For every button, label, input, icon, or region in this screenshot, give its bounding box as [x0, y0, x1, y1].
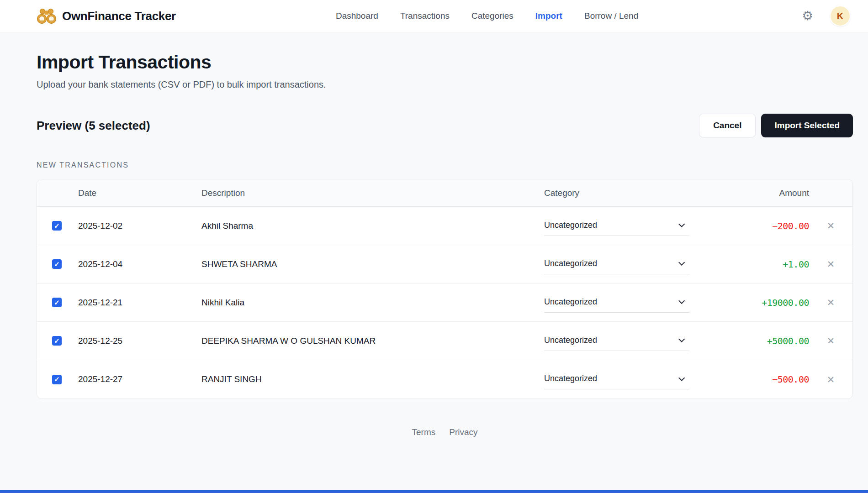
- remove-row-icon[interactable]: ✕: [827, 259, 835, 269]
- main-nav: Dashboard Transactions Categories Import…: [336, 11, 638, 21]
- privacy-link[interactable]: Privacy: [449, 427, 477, 437]
- terms-link[interactable]: Terms: [412, 427, 435, 437]
- row-amount: −500.00: [772, 374, 809, 385]
- chevron-down-icon: [678, 298, 685, 304]
- transactions-table: Date Description Category Amount ✓ 2025-…: [37, 179, 853, 399]
- row-checkbox[interactable]: ✓: [52, 259, 62, 269]
- row-amount: +1.00: [783, 259, 809, 270]
- row-checkbox[interactable]: ✓: [52, 221, 62, 231]
- bottom-edge-bar: [0, 490, 868, 493]
- section-label: NEW TRANSACTIONS: [37, 161, 853, 169]
- row-amount: +19000.00: [762, 297, 809, 308]
- header-description: Description: [201, 188, 544, 198]
- preview-actions: Cancel Import Selected: [699, 114, 853, 137]
- nav-transactions[interactable]: Transactions: [400, 11, 450, 21]
- row-date: 2025-12-27: [78, 374, 201, 384]
- table-row: ✓ 2025-12-02 Akhil Sharma Uncategorized …: [37, 207, 852, 245]
- row-checkbox[interactable]: ✓: [52, 298, 62, 307]
- binoculars-icon: [37, 7, 57, 25]
- row-checkbox[interactable]: ✓: [52, 336, 62, 346]
- preview-bar: Preview (5 selected) Cancel Import Selec…: [37, 114, 853, 137]
- chevron-down-icon: [678, 336, 685, 342]
- table-row: ✓ 2025-12-25 DEEPIKA SHARMA W O GULSHAN …: [37, 322, 852, 360]
- table-row: ✓ 2025-12-04 SHWETA SHARMA Uncategorized…: [37, 245, 852, 283]
- remove-row-icon[interactable]: ✕: [827, 375, 835, 384]
- category-select[interactable]: Uncategorized: [544, 254, 689, 274]
- top-nav: OwnFinance Tracker Dashboard Transaction…: [0, 0, 868, 32]
- header-amount: Amount: [695, 188, 809, 198]
- import-selected-button[interactable]: Import Selected: [761, 114, 853, 137]
- nav-import[interactable]: Import: [535, 11, 562, 21]
- category-select[interactable]: Uncategorized: [544, 293, 689, 313]
- table-row: ✓ 2025-12-21 Nikhil Kalia Uncategorized …: [37, 283, 852, 322]
- row-date: 2025-12-02: [78, 221, 201, 231]
- nav-borrow-lend[interactable]: Borrow / Lend: [584, 11, 638, 21]
- table-header-row: Date Description Category Amount: [37, 179, 852, 207]
- remove-row-icon[interactable]: ✕: [827, 221, 835, 231]
- chevron-down-icon: [678, 221, 685, 227]
- category-select[interactable]: Uncategorized: [544, 331, 689, 351]
- row-amount: −200.00: [772, 220, 809, 231]
- header-date: Date: [78, 188, 201, 198]
- row-date: 2025-12-25: [78, 336, 201, 346]
- row-checkbox[interactable]: ✓: [52, 375, 62, 384]
- gear-icon[interactable]: ⚙: [802, 10, 813, 22]
- page-footer: Terms Privacy: [37, 427, 853, 437]
- header-category: Category: [544, 188, 695, 198]
- row-description: DEEPIKA SHARMA W O GULSHAN KUMAR: [201, 336, 544, 346]
- row-description: Nikhil Kalia: [201, 298, 544, 308]
- category-select[interactable]: Uncategorized: [544, 369, 689, 389]
- app-title: OwnFinance Tracker: [62, 9, 176, 23]
- chevron-down-icon: [678, 259, 685, 266]
- main-content: Import Transactions Upload your bank sta…: [0, 32, 868, 437]
- row-amount: +5000.00: [767, 336, 809, 346]
- brand[interactable]: OwnFinance Tracker: [37, 7, 176, 25]
- nav-right: ⚙ K: [802, 5, 851, 26]
- preview-heading: Preview (5 selected): [37, 119, 150, 133]
- row-date: 2025-12-04: [78, 259, 201, 269]
- row-date: 2025-12-21: [78, 298, 201, 308]
- category-select[interactable]: Uncategorized: [544, 216, 689, 236]
- page-title: Import Transactions: [37, 52, 853, 73]
- nav-categories[interactable]: Categories: [471, 11, 513, 21]
- chevron-down-icon: [678, 374, 685, 381]
- remove-row-icon[interactable]: ✕: [827, 336, 835, 346]
- remove-row-icon[interactable]: ✕: [827, 298, 835, 307]
- row-description: SHWETA SHARMA: [201, 259, 544, 269]
- page-subtitle: Upload your bank statements (CSV or PDF)…: [37, 79, 853, 90]
- cancel-button[interactable]: Cancel: [699, 114, 756, 137]
- table-row: ✓ 2025-12-27 RANJIT SINGH Uncategorized …: [37, 360, 852, 399]
- row-description: RANJIT SINGH: [201, 374, 544, 384]
- avatar[interactable]: K: [830, 5, 851, 26]
- nav-dashboard[interactable]: Dashboard: [336, 11, 378, 21]
- row-description: Akhil Sharma: [201, 221, 544, 231]
